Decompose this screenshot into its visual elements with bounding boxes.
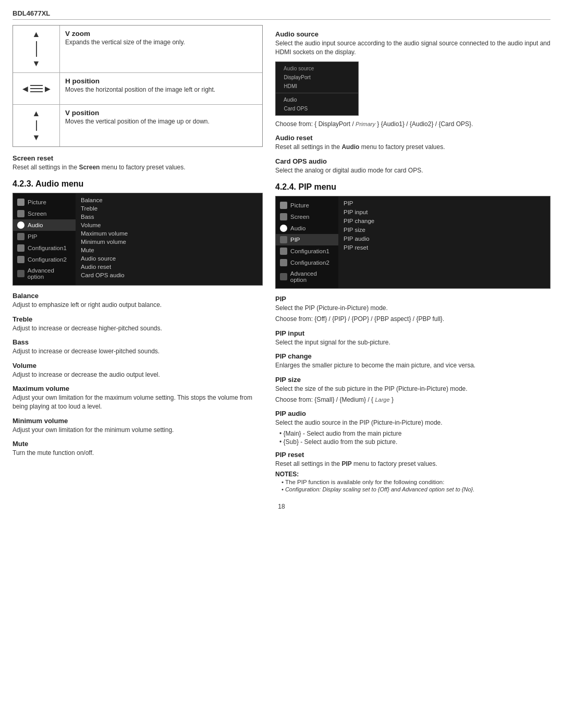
screen-reset-text1: Reset all settings in the <box>13 164 77 171</box>
pip-picture-icon <box>280 202 287 209</box>
pip-reset-section: PIP reset Reset all settings in the PIP … <box>275 451 550 492</box>
pip-config1-icon <box>280 248 287 255</box>
pip-pip-icon <box>280 236 287 243</box>
picture-icon <box>17 199 25 206</box>
pip-size-section: PIP size Select the size of the sub pict… <box>275 376 550 405</box>
bass-heading: Bass <box>13 338 263 346</box>
pip-reset-text2: menu to factory preset values. <box>353 460 437 467</box>
osd-sidebar-picture[interactable]: Picture <box>13 196 76 208</box>
treble-section: Treble Adjust to increase or decrease hi… <box>13 315 263 333</box>
osd-sidebar-pip[interactable]: PIP <box>13 231 76 242</box>
audio-source-osd: Audio source DisplayPort HDMI Audio Card… <box>275 61 359 116</box>
pip-reset-text: Reset all settings in the PIP menu to fa… <box>275 460 550 468</box>
pip-sidebar-advanced-label: Advanced option <box>290 270 334 283</box>
audio-osd-menu: Picture Screen Audio PIP Configuration1 <box>13 193 263 286</box>
screen-reset-text2: menu to factory preset values. <box>102 164 186 171</box>
audio-reset-bold: Audio <box>341 143 359 151</box>
pip-change-heading: PIP change <box>275 352 550 360</box>
osd-sidebar-audio[interactable]: Audio <box>13 219 76 231</box>
card-ops-text: Select the analog or digital audio mode … <box>275 166 550 175</box>
bass-text: Adjust to increase or decrease lower-pit… <box>13 347 263 356</box>
pip-menu-heading: 4.2.4. PIP menu <box>275 182 550 192</box>
pip-size-choose: Choose from: {Small} / {Medium} / { Larg… <box>275 396 550 404</box>
treble-heading: Treble <box>13 315 263 323</box>
pip-audio-section: PIP audio Select the audio source in the… <box>275 410 550 445</box>
volume-section: Volume Adjust to increase or decrease th… <box>13 362 263 379</box>
osd-sidebar-screen[interactable]: Screen <box>13 208 76 219</box>
h-position-icon <box>22 84 51 93</box>
pip-osd-config1[interactable]: Configuration1 <box>276 245 338 257</box>
v-zoom-icon <box>32 30 41 68</box>
config2-icon <box>17 256 25 263</box>
arrow-right-icon <box>45 84 51 93</box>
pip-text: Select the PIP (Picture-in-Picture) mode… <box>275 304 550 313</box>
pip-audio-bullet-main: {Main} - Select audio from the main pict… <box>279 430 550 437</box>
pip-osd-audio[interactable]: Audio <box>276 223 338 234</box>
pip-osd-screen[interactable]: Screen <box>276 211 338 223</box>
arrow-left-icon <box>22 84 28 93</box>
pip-osd-sidebar: Picture Screen Audio PIP Configuration1 <box>276 196 338 288</box>
volume-text: Adjust to increase or decrease the audio… <box>13 371 263 379</box>
model-number: BDL4677XL <box>13 9 50 17</box>
pip-input-text: Select the input signal for the sub-pict… <box>275 338 550 347</box>
audio-menu-card-ops: Card OPS audio <box>81 272 257 279</box>
screen-reset-text: Reset all settings in the Screen menu to… <box>13 163 263 172</box>
audio-menu-audio-reset: Audio reset <box>81 263 257 270</box>
pip-change-section: PIP change Enlarges the smaller picture … <box>275 352 550 370</box>
pip-sidebar-screen-label: Screen <box>290 214 309 220</box>
pip-sidebar-config1-label: Configuration1 <box>290 248 329 254</box>
pip-osd-picture[interactable]: Picture <box>276 200 338 211</box>
min-volume-heading: Minimum volume <box>13 417 263 425</box>
feature-table: V zoom Expands the vertical size of the … <box>13 25 263 147</box>
pip-advanced-icon <box>280 273 287 280</box>
pip-sidebar-audio-label: Audio <box>290 225 305 231</box>
pip-section: PIP Select the PIP (Picture-in-Picture) … <box>275 295 550 324</box>
card-ops-heading: Card OPS audio <box>275 157 550 165</box>
notes-label: NOTES: <box>275 471 550 478</box>
audio-menu-bass: Bass <box>81 213 257 220</box>
config1-icon <box>17 244 25 252</box>
pip-icon <box>17 233 25 240</box>
screen-reset-heading: Screen reset <box>13 154 263 162</box>
osd-sidebar-config1[interactable]: Configuration1 <box>13 242 76 254</box>
pip-audio-bullet-sub: {Sub} - Select audio from the sub pictur… <box>279 438 550 446</box>
page-header: BDL4677XL <box>13 9 550 20</box>
screen-reset-section: Screen reset Reset all settings in the S… <box>13 154 263 172</box>
v-zoom-desc: Expands the vertical size of the image o… <box>65 39 257 46</box>
min-volume-section: Minimum volume Adjust your own limitatio… <box>13 417 263 435</box>
card-ops-audio-section: Card OPS audio Select the analog or digi… <box>275 157 550 175</box>
audio-menu-max-volume: Maximum volume <box>81 230 257 237</box>
balance-section: Balance Adjust to emphasize left or righ… <box>13 292 263 310</box>
v-position-title: V position <box>65 109 257 117</box>
arrow-up-icon <box>32 30 41 39</box>
v-position-icon-cell <box>13 105 60 146</box>
screen-icon <box>17 210 25 217</box>
asb-row-card-ops: Card OPS <box>276 104 358 113</box>
max-volume-text: Adjust your own limitation for the maxim… <box>13 393 263 412</box>
pip-sidebar-pip-label: PIP <box>290 237 300 243</box>
v-position-desc-cell: V position Moves the vertical position o… <box>60 105 262 146</box>
pip-sidebar-config2-label: Configuration2 <box>290 260 329 266</box>
osd-sidebar-config2[interactable]: Configuration2 <box>13 254 76 265</box>
pip-osd-advanced[interactable]: Advanced option <box>276 268 338 285</box>
pip-osd-config2[interactable]: Configuration2 <box>276 257 338 268</box>
mute-section: Mute Turn the mute function on/off. <box>13 440 263 458</box>
v-zoom-row: V zoom Expands the vertical size of the … <box>13 26 262 73</box>
arrow-down-icon <box>32 59 41 68</box>
pip-osd-pip[interactable]: PIP <box>276 234 338 245</box>
osd-sidebar-advanced[interactable]: Advanced option <box>13 265 76 282</box>
arrow-up2-icon <box>32 109 41 118</box>
pip-menu-pip-reset: PIP reset <box>344 244 545 252</box>
balance-text: Adjust to emphasize left or right audio … <box>13 301 263 310</box>
max-volume-section: Maximum volume Adjust your own limitatio… <box>13 385 263 412</box>
h-position-icon-cell <box>13 73 60 104</box>
pip-menu-pip-audio: PIP audio <box>344 235 545 243</box>
pip-menu-pip-change: PIP change <box>344 217 545 225</box>
asb-row-displayport: DisplayPort <box>276 73 358 82</box>
pip-menu-pip: PIP <box>344 200 545 207</box>
v-zoom-desc-cell: V zoom Expands the vertical size of the … <box>60 26 262 72</box>
mute-text: Turn the mute function on/off. <box>13 449 263 458</box>
pip-audio-icon <box>280 225 287 232</box>
audio-reset-section: Audio reset Reset all settings in the Au… <box>275 134 550 152</box>
treble-text: Adjust to increase or decrease higher-pi… <box>13 324 263 333</box>
